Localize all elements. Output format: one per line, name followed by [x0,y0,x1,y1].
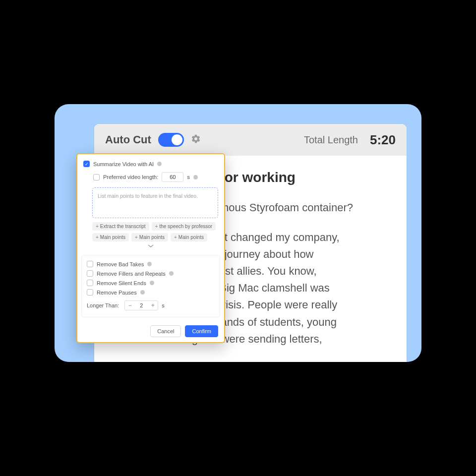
plus-icon: + [96,235,99,240]
preferred-length-input[interactable]: 60 [162,172,183,182]
preferred-length-unit: s [187,174,190,180]
info-icon[interactable] [147,262,152,266]
total-length-value: 5:20 [370,132,396,148]
info-icon[interactable] [157,162,162,166]
remove-fillers-checkbox[interactable] [87,270,93,277]
preferred-length-label: Preferred video length: [103,174,158,180]
longer-than-stepper: − 2 + [124,300,158,310]
chip[interactable]: +the speech by professor [152,222,216,231]
longer-than-unit: s [162,302,165,308]
info-icon[interactable] [169,271,174,276]
plus-icon: + [174,235,177,240]
chip[interactable]: +Extract the transcript [92,222,149,231]
plus-icon: + [155,224,158,229]
feature-title: Auto Cut [105,133,151,146]
remove-pauses-checkbox[interactable] [87,289,93,296]
remove-silent-ends-checkbox[interactable] [87,280,93,286]
preferred-length-checkbox[interactable] [93,174,100,180]
prompt-textarea[interactable]: List main points to feature in the final… [92,187,218,218]
expand-chips-button[interactable] [83,241,218,250]
plus-icon: + [96,224,99,229]
stepper-decrement[interactable]: − [125,302,135,309]
remove-silent-ends-label: Remove Silent Ends [97,280,146,286]
remove-pauses-label: Remove Pauses [97,290,137,296]
stepper-increment[interactable]: + [148,302,158,309]
longer-than-value[interactable]: 2 [135,302,148,308]
removal-options-section: Remove Bad Takes Remove Fillers and Repe… [81,255,220,317]
gear-icon[interactable] [191,134,201,146]
chip[interactable]: +Main points [131,233,168,241]
remove-bad-takes-label: Remove Bad Takes [97,261,144,267]
info-icon[interactable] [140,290,145,295]
summarize-section: ✓ Summarize Video with AI Preferred vide… [77,154,224,255]
toggle-knob [172,134,182,145]
confirm-button[interactable]: Confirm [185,325,218,337]
plus-icon: + [135,235,138,240]
auto-cut-toggle[interactable] [158,133,184,147]
auto-cut-settings-modal: ✓ Summarize Video with AI Preferred vide… [76,153,225,343]
info-icon[interactable] [150,281,154,285]
info-icon[interactable] [193,175,198,179]
chip[interactable]: +Main points [171,233,207,241]
modal-footer: Cancel Confirm [77,321,224,342]
summarize-checkbox[interactable]: ✓ [83,161,90,167]
suggestion-chips: +Extract the transcript +the speech by p… [83,222,218,241]
chip[interactable]: +Main points [92,233,129,241]
total-length-label: Total Length [304,134,358,146]
remove-fillers-label: Remove Fillers and Repeats [97,271,166,277]
toolbar: Auto Cut Total Length 5:20 [94,124,407,156]
longer-than-label: Longer Than: [87,302,119,308]
remove-bad-takes-checkbox[interactable] [87,261,93,267]
cancel-button[interactable]: Cancel [150,325,181,337]
summarize-label: Summarize Video with AI [93,161,154,167]
